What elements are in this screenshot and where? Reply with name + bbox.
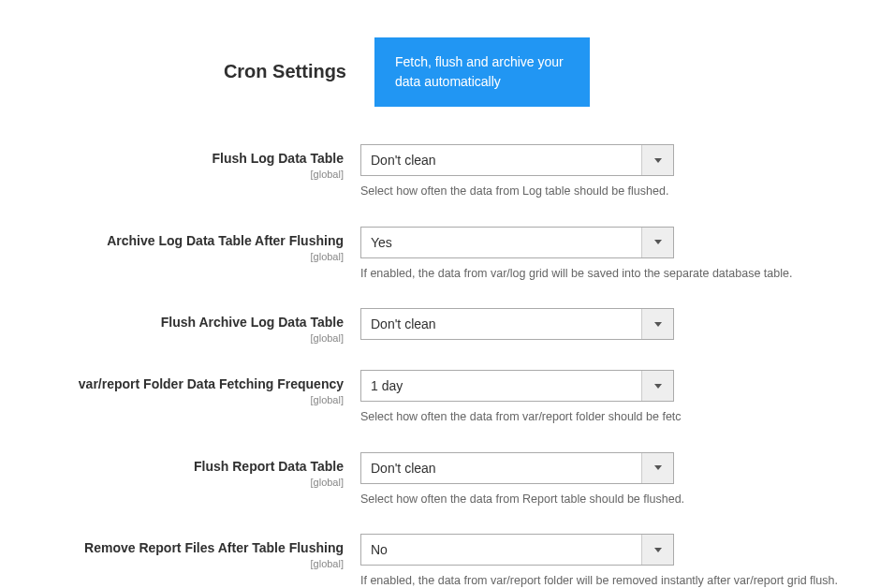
field-remove-report: Remove Report Files After Table Flushing…	[19, 534, 861, 588]
info-callout: Fetch, flush and archive your data autom…	[374, 37, 590, 107]
scope-flush-report: [global]	[19, 477, 344, 488]
section-title: Cron Settings	[19, 61, 346, 82]
help-flush-report: Select how often the data from Report ta…	[360, 492, 861, 508]
scope-flush-archive: [global]	[19, 332, 344, 344]
field-flush-archive: Flush Archive Log Data Table [global] Do…	[19, 308, 861, 344]
help-remove-report: If enabled, the data from var/report fol…	[360, 573, 861, 588]
select-report-freq-value: 1 day	[361, 378, 641, 393]
select-flush-log-value: Don't clean	[361, 153, 641, 168]
select-archive-log[interactable]: Yes	[360, 227, 674, 258]
select-remove-report-value: No	[361, 542, 641, 557]
help-archive-log: If enabled, the data from var/log grid w…	[360, 266, 861, 283]
select-flush-report-value: Don't clean	[361, 461, 641, 476]
select-report-freq[interactable]: 1 day	[360, 370, 674, 402]
select-remove-report[interactable]: No	[360, 534, 674, 566]
chevron-down-icon	[641, 309, 673, 339]
select-archive-log-value: Yes	[361, 235, 641, 250]
label-flush-archive: Flush Archive Log Data Table	[19, 314, 344, 331]
chevron-down-icon	[641, 145, 673, 175]
label-report-freq: var/report Folder Data Fetching Frequenc…	[19, 375, 344, 392]
label-flush-log: Flush Log Data Table	[19, 150, 344, 167]
chevron-down-icon	[641, 228, 673, 257]
label-archive-log: Archive Log Data Table After Flushing	[19, 232, 344, 249]
help-flush-log: Select how often the data from Log table…	[360, 184, 861, 200]
select-flush-report[interactable]: Don't clean	[360, 452, 674, 484]
select-flush-archive[interactable]: Don't clean	[360, 308, 674, 340]
select-flush-archive-value: Don't clean	[361, 316, 641, 331]
help-report-freq: Select how often the data from var/repor…	[360, 409, 861, 426]
chevron-down-icon	[641, 453, 673, 483]
scope-archive-log: [global]	[19, 251, 344, 262]
field-flush-report: Flush Report Data Table [global] Don't c…	[19, 452, 861, 508]
scope-report-freq: [global]	[19, 394, 344, 405]
scope-remove-report: [global]	[19, 558, 344, 569]
chevron-down-icon	[641, 535, 673, 565]
label-flush-report: Flush Report Data Table	[19, 458, 344, 475]
chevron-down-icon	[641, 371, 673, 401]
section-title-wrap: Cron Settings	[19, 37, 374, 82]
field-report-freq: var/report Folder Data Fetching Frequenc…	[19, 370, 861, 426]
field-archive-log: Archive Log Data Table After Flushing [g…	[19, 227, 861, 283]
scope-flush-log: [global]	[19, 169, 344, 180]
label-remove-report: Remove Report Files After Table Flushing	[19, 539, 344, 556]
select-flush-log[interactable]: Don't clean	[360, 144, 674, 176]
field-flush-log: Flush Log Data Table [global] Don't clea…	[19, 144, 861, 200]
